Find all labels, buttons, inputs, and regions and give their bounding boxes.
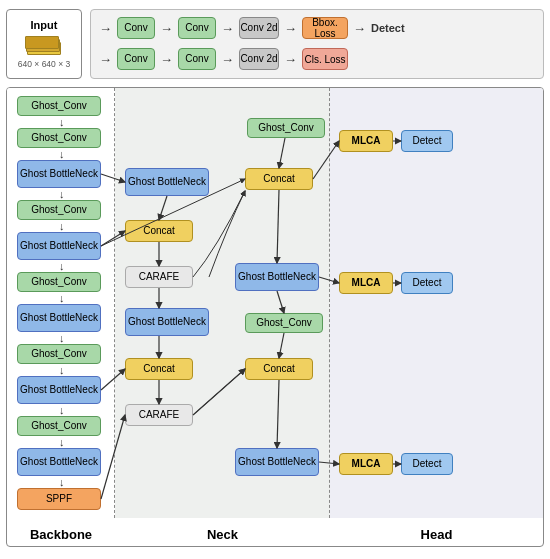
neck-concat-3: Concat (245, 168, 313, 190)
head-mlca-2: MLCA (339, 272, 393, 294)
head-detect-2: Detect (401, 272, 453, 294)
backbone-ghost-bottleneck-2: Ghost BottleNeck (17, 232, 101, 260)
backbone-ghost-bottleneck-3: Ghost BottleNeck (17, 304, 101, 332)
backbone-ghost-bottleneck-5: Ghost BottleNeck (17, 448, 101, 476)
head-detect-3: Detect (401, 453, 453, 475)
conv-3: Conv (117, 48, 155, 70)
neck-ghost-bottleneck-4: Ghost BottleNeck (235, 448, 319, 476)
neck-carafe-2: CARAFE (125, 404, 193, 426)
detect-label-top: Detect (371, 22, 405, 34)
neck-ghost-bottleneck-3: Ghost BottleNeck (235, 263, 319, 291)
head-mlca-1: MLCA (339, 130, 393, 152)
backbone-sppf: SPPF (17, 488, 101, 510)
conv-4: Conv (178, 48, 216, 70)
input-label: Input (31, 19, 58, 31)
detect-pipeline: → Conv → Conv → Conv 2d → Bbox. Loss → D… (90, 9, 544, 79)
pipeline-row-1: → Conv → Conv → Conv 2d → Bbox. Loss → D… (99, 17, 535, 39)
backbone-ghost-conv-3: Ghost_Conv (17, 200, 101, 220)
neck-concat-1: Concat (125, 220, 193, 242)
head-mlca-3: MLCA (339, 453, 393, 475)
conv2d-1: Conv 2d (239, 17, 279, 39)
backbone-ghost-bottleneck-1: Ghost BottleNeck (17, 160, 101, 188)
bbox-loss: Bbox. Loss (302, 17, 348, 39)
backbone-ghost-bottleneck-4: Ghost BottleNeck (17, 376, 101, 404)
neck-ghost-bottleneck-2: Ghost BottleNeck (125, 308, 209, 336)
backbone-ghost-conv-2: Ghost_Conv (17, 128, 101, 148)
conv-2: Conv (178, 17, 216, 39)
neck-ghost-conv-top: Ghost_Conv (247, 118, 325, 138)
cls-loss: Cls. Loss (302, 48, 348, 70)
main-diagram: Backbone Neck Head Ghost_Conv ↓ Ghost_Co… (6, 87, 544, 547)
neck-concat-2: Concat (125, 358, 193, 380)
neck-carafe-1: CARAFE (125, 266, 193, 288)
backbone-ghost-conv-4: Ghost_Conv (17, 272, 101, 292)
backbone-ghost-conv-5: Ghost_Conv (17, 344, 101, 364)
neck-ghost-bottleneck-1: Ghost BottleNeck (125, 168, 209, 196)
neck-ghost-conv-mid: Ghost_Conv (245, 313, 323, 333)
conv2d-2: Conv 2d (239, 48, 279, 70)
backbone-section-label: Backbone (7, 527, 115, 542)
layer-stack-icon (25, 35, 63, 55)
neck-section-label: Neck (115, 527, 330, 542)
backbone-ghost-conv-6: Ghost_Conv (17, 416, 101, 436)
backbone-ghost-conv-1: Ghost_Conv (17, 96, 101, 116)
head-section-label: Head (330, 527, 543, 542)
pipeline-row-2: → Conv → Conv → Conv 2d → Cls. Loss (99, 48, 535, 70)
head-detect-1: Detect (401, 130, 453, 152)
input-size: 640 × 640 × 3 (18, 59, 70, 69)
input-box: Input 640 × 640 × 3 (6, 9, 82, 79)
neck-concat-4: Concat (245, 358, 313, 380)
conv-1: Conv (117, 17, 155, 39)
